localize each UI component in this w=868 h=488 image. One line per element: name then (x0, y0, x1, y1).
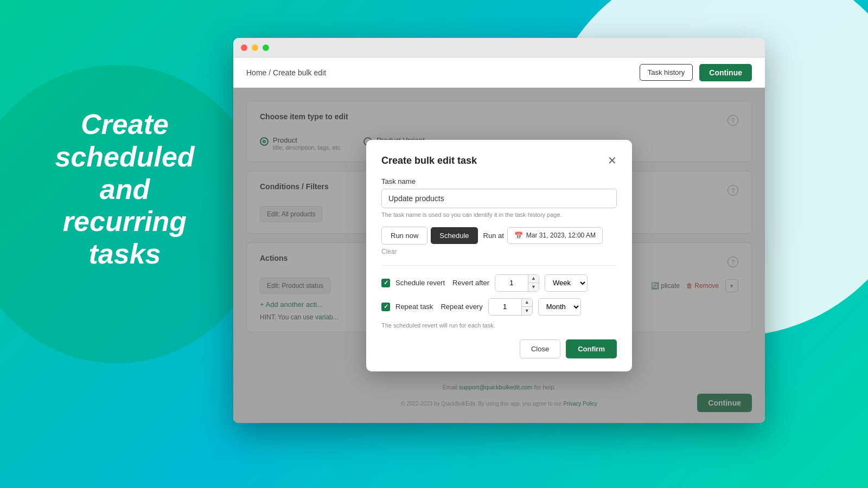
checkbox-check-icon: ✓ (384, 279, 388, 286)
app-header: Home / Create bulk edit Task history Con… (233, 57, 765, 88)
repeat-every-stepper: ▲ ▼ (521, 299, 532, 315)
divider (381, 265, 617, 266)
breadcrumb: Home / Create bulk edit (246, 68, 326, 77)
repeat-checkbox-check-icon: ✓ (384, 303, 388, 310)
modal-footer: Close Confirm (381, 339, 617, 358)
run-at-label: Run at (483, 232, 504, 240)
task-name-hint: The task name is used so you can identif… (381, 211, 617, 218)
browser-window: Home / Create bulk edit Task history Con… (233, 38, 765, 423)
revert-after-input[interactable] (495, 275, 528, 291)
schedule-button-group: Run now Schedule Run at 📅 Mar 31, 2023, … (381, 227, 617, 255)
repeat-stepper-down[interactable]: ▼ (522, 307, 532, 315)
window-dot-red[interactable] (241, 44, 247, 51)
revert-after-input-group: ▲ ▼ (495, 274, 539, 292)
breadcrumb-current: Create bulk edit (273, 68, 326, 77)
repeat-task-checkbox[interactable]: ✓ (381, 303, 390, 311)
repeat-every-input-group: ▲ ▼ (488, 298, 533, 316)
date-picker-button[interactable]: 📅 Mar 31, 2023, 12:00 AM (507, 227, 603, 244)
hero-text: Create scheduled and recurring tasks (33, 108, 217, 271)
breadcrumb-separator: / (269, 68, 273, 77)
create-bulk-edit-modal: Create bulk edit task ✕ Task name The ta… (366, 140, 632, 371)
close-modal-button[interactable]: Close (520, 339, 560, 358)
modal-title: Create bulk edit task (381, 155, 477, 166)
window-dot-yellow[interactable] (252, 44, 258, 51)
repeat-stepper-up[interactable]: ▲ (522, 299, 532, 307)
breadcrumb-home[interactable]: Home (246, 68, 266, 77)
schedule-revert-row: ✓ Schedule revert Revert after ▲ ▼ Week … (381, 274, 617, 292)
repeat-task-row: ✓ Repeat task Repeat every ▲ ▼ Month Wee… (381, 298, 617, 316)
modal-header: Create bulk edit task ✕ (381, 155, 617, 166)
calendar-icon: 📅 (514, 232, 523, 240)
info-text: The scheduled revert will run for each t… (381, 322, 617, 329)
repeat-every-label: Repeat every (441, 303, 482, 311)
browser-titlebar (233, 38, 765, 57)
app-content: Choose item type to edit ? Product title… (233, 88, 765, 423)
task-history-button[interactable]: Task history (640, 64, 693, 81)
schedule-revert-label: Schedule revert (395, 279, 445, 287)
schedule-revert-checkbox[interactable]: ✓ (381, 279, 390, 287)
repeat-every-input[interactable] (489, 299, 521, 315)
confirm-button[interactable]: Confirm (566, 339, 617, 358)
revert-stepper-down[interactable]: ▼ (528, 283, 539, 291)
modal-overlay: Create bulk edit task ✕ Task name The ta… (233, 88, 765, 423)
task-name-input[interactable] (381, 189, 617, 208)
run-now-button[interactable]: Run now (381, 227, 427, 245)
task-name-label: Task name (381, 177, 617, 185)
window-dot-green[interactable] (263, 44, 269, 51)
revert-stepper-up[interactable]: ▲ (528, 275, 539, 284)
revert-after-stepper: ▲ ▼ (528, 275, 539, 291)
date-value: Mar 31, 2023, 12:00 AM (526, 232, 596, 239)
schedule-button[interactable]: Schedule (431, 227, 477, 244)
continue-header-button[interactable]: Continue (699, 64, 752, 81)
header-actions: Task history Continue (640, 64, 752, 81)
revert-after-label: Revert after (452, 279, 489, 287)
clear-date-button[interactable]: Clear (381, 248, 397, 255)
repeat-task-label: Repeat task (395, 303, 433, 311)
repeat-unit-select[interactable]: Month Week Day (538, 298, 581, 316)
modal-close-button[interactable]: ✕ (608, 155, 617, 166)
revert-unit-select[interactable]: Week Day Month (545, 274, 588, 292)
